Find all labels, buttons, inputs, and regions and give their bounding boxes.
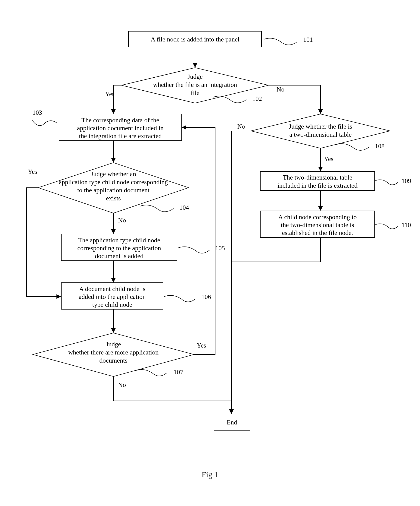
edge-104-106 [27, 188, 61, 297]
node-102-l3: file [191, 89, 199, 96]
node-105-l2: corresponding to the application [77, 244, 161, 252]
edge-108-yes-label: Yes [324, 155, 333, 162]
node-104: Judge whether an application type child … [38, 163, 189, 213]
node-102: Judge whether the file is an integration… [122, 68, 268, 103]
edge-107-no-label: No [118, 381, 126, 388]
node-106-num: 106 [201, 293, 211, 300]
node-107-l2: whether there are more application [68, 349, 159, 356]
node-105-l3: document is added [95, 252, 143, 260]
node-106-l1: A document child node is [79, 285, 145, 292]
node-104-l2: application type child node correspondin… [59, 178, 168, 186]
edge-102-103 [113, 85, 122, 113]
edge-107-103 [182, 127, 215, 354]
node-110-l2: the two-dimensional table is [281, 221, 354, 228]
node-108: Judge whether the file is a two-dimensio… [251, 114, 390, 150]
node-108-l2: a two-dimensional table [289, 131, 351, 138]
node-102-num: 102 [252, 95, 262, 102]
node-109-num: 109 [401, 177, 411, 184]
edge-108-end [231, 131, 251, 413]
node-103-num: 103 [32, 109, 42, 116]
node-101-text: A file node is added into the panel [151, 36, 239, 43]
node-107-l3: documents [99, 357, 127, 364]
node-110: A child node corresponding to the two-di… [260, 211, 411, 238]
node-101-num: 101 [303, 36, 313, 43]
node-108-num: 108 [375, 142, 385, 150]
node-105: The application type child node correspo… [61, 234, 225, 261]
node-107-num: 107 [174, 368, 183, 376]
node-104-l4: exists [106, 195, 121, 202]
node-103: The corresponding data of the applicatio… [32, 109, 182, 141]
node-107: Judge whether there are more application… [33, 333, 194, 376]
node-108-l1: Judge whether the file is [289, 123, 352, 130]
node-110-l1: A child node corresponding to [278, 213, 357, 220]
node-103-l1: The corresponding data of the [81, 117, 159, 124]
flowchart: A file node is added into the panel 101 … [0, 0, 420, 506]
edge-104-no-label: No [118, 217, 126, 224]
node-103-l3: the integration file are extracted [79, 132, 162, 140]
node-106-l3: type child node [92, 301, 132, 308]
node-103-l2: application document included in [77, 124, 164, 132]
node-end: End [214, 414, 250, 431]
node-102-l1: Judge [187, 73, 202, 80]
edge-108-no-label: No [237, 123, 245, 130]
edge-102-yes-label: Yes [105, 90, 115, 98]
node-109: The two-dimensional table included in th… [260, 172, 411, 190]
node-109-l1: The two-dimensional table [283, 174, 352, 181]
node-104-num: 104 [179, 204, 189, 211]
node-106: A document child node is added into the … [61, 283, 211, 309]
node-107-l1: Judge [106, 340, 121, 348]
node-104-l3: to the application document [77, 186, 149, 194]
edge-104-yes-label: Yes [28, 168, 37, 175]
node-110-l3: established in the file node. [282, 229, 353, 236]
node-106-l2: added into the application [79, 293, 146, 300]
node-105-l1: The application type child node [78, 237, 160, 244]
node-109-l2: included in the file is extracted [278, 182, 357, 189]
node-101: A file node is added into the panel 101 [129, 31, 313, 47]
figure-caption: Fig 1 [202, 470, 218, 479]
node-102-l2: whether the file is an integration [153, 81, 237, 88]
edge-107-end [113, 376, 231, 413]
edge-107-yes-label: Yes [197, 342, 206, 349]
node-110-num: 110 [401, 221, 411, 228]
edge-102-no-label: No [277, 86, 284, 93]
node-105-num: 105 [215, 244, 225, 252]
end-text: End [226, 419, 237, 426]
node-104-l1: Judge whether an [91, 170, 136, 178]
edge-102-108 [268, 85, 321, 113]
edge-110-end [231, 238, 321, 262]
